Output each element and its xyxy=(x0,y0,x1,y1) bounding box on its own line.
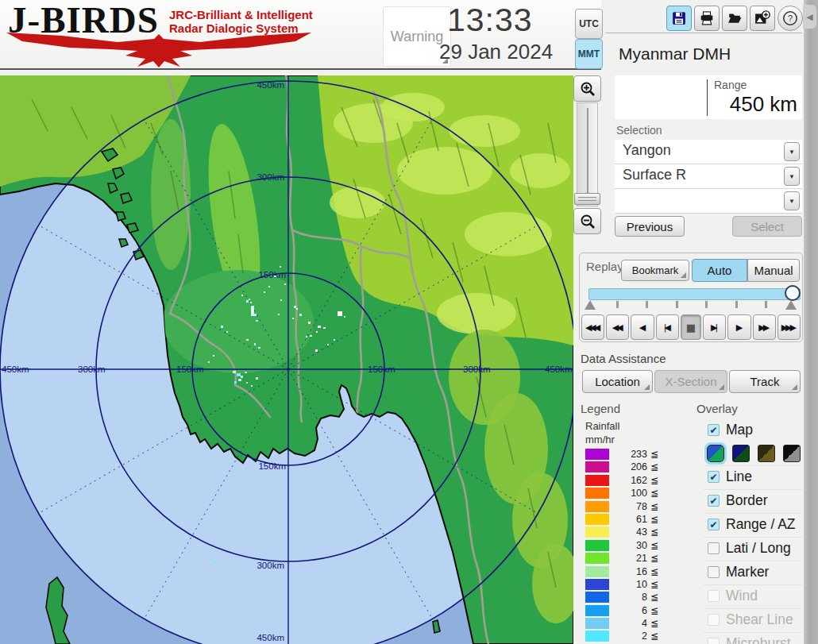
add-image-button[interactable] xyxy=(750,6,775,31)
replay-range-marker-left[interactable] xyxy=(585,300,596,310)
legend-color-swatch xyxy=(585,566,609,577)
zoom-slider-thumb[interactable] xyxy=(574,193,600,205)
legend-color-swatch xyxy=(585,592,609,603)
legend-value: 4 xyxy=(612,618,647,629)
step-back-button[interactable]: |◀ xyxy=(656,314,679,340)
station-title: Myanmar DMH xyxy=(619,44,731,64)
legend-color-swatch xyxy=(585,631,609,642)
svg-text:300km: 300km xyxy=(257,172,284,182)
stop-button[interactable]: ■ xyxy=(681,314,701,340)
rewind-fastest-button[interactable]: ◀◀◀ xyxy=(581,314,604,340)
replay-tick xyxy=(765,301,767,308)
checkbox-lati-long[interactable] xyxy=(708,542,720,554)
legend-unit-line1: Rainfall xyxy=(585,420,619,432)
zoom-slider-track[interactable] xyxy=(577,102,598,206)
overlay-label: Microburst xyxy=(726,635,791,644)
help-button[interactable]: ? xyxy=(777,6,803,31)
legend-color-swatch xyxy=(585,501,609,512)
legend-color-swatch xyxy=(585,540,609,551)
legend-suffix: ≦ xyxy=(650,514,658,525)
location-button[interactable]: Location xyxy=(582,370,653,393)
save-button[interactable] xyxy=(666,6,692,31)
svg-text:150km: 150km xyxy=(368,364,395,374)
map-style-black-gray[interactable] xyxy=(783,445,801,462)
selection-dropdown-2[interactable]: Surface R▼ xyxy=(615,164,802,189)
open-file-button[interactable] xyxy=(722,6,747,31)
bookmark-button[interactable]: Bookmark xyxy=(621,260,689,281)
checkbox-map[interactable]: ✔ xyxy=(708,424,720,436)
svg-text:450km: 450km xyxy=(2,364,29,374)
jbirds-window: 450km300km150km150km300km450km450km300km… xyxy=(0,0,818,644)
play-button[interactable]: ▶ xyxy=(727,314,750,340)
legend-suffix: ≦ xyxy=(650,553,658,564)
panel-collapse-arrow[interactable]: ◀ xyxy=(803,5,816,29)
open-folder-icon xyxy=(727,11,742,25)
legend-value: 2 xyxy=(612,631,647,642)
replay-progress-track[interactable] xyxy=(588,288,801,300)
svg-text:450km: 450km xyxy=(257,633,284,642)
play-reverse-button[interactable]: ◀ xyxy=(631,314,654,340)
dropdown-value: Yangon xyxy=(623,142,671,159)
overlay-row-wind: Wind xyxy=(704,584,802,608)
legend-suffix: ≦ xyxy=(650,592,658,603)
range-value: 450 km xyxy=(730,92,797,117)
legend-value: 100 xyxy=(612,488,647,499)
help-icon: ? xyxy=(782,10,798,26)
manual-button[interactable]: Manual xyxy=(747,259,800,282)
legend-suffix: ≦ xyxy=(650,631,658,642)
legend-value: 16 xyxy=(612,566,647,577)
selection-dropdown-1[interactable]: Yangon▼ xyxy=(615,140,802,164)
svg-text:150km: 150km xyxy=(176,364,204,374)
chevron-down-icon[interactable]: ▼ xyxy=(784,191,800,210)
legend-value: 233 xyxy=(612,449,647,460)
auto-button[interactable]: Auto xyxy=(692,259,747,282)
zoom-out-button[interactable] xyxy=(573,208,601,234)
timezone-utc-button[interactable]: UTC xyxy=(575,9,603,39)
select-button[interactable]: Select xyxy=(732,216,802,237)
legend-color-swatch xyxy=(585,618,609,629)
step-forward-button[interactable]: ▶| xyxy=(703,314,726,340)
checkbox-line[interactable]: ✔ xyxy=(708,471,720,483)
forward-fastest-button[interactable]: ▶▶▶ xyxy=(777,314,801,340)
replay-progress-thumb[interactable] xyxy=(785,285,801,301)
chevron-down-icon[interactable]: ▼ xyxy=(784,167,800,186)
map-style-olive[interactable] xyxy=(758,445,775,462)
legend-suffix: ≦ xyxy=(650,461,658,472)
radar-map[interactable]: 450km300km150km150km300km450km450km300km… xyxy=(0,75,573,644)
save-icon xyxy=(672,11,686,25)
eagle-logo-icon xyxy=(5,32,313,68)
svg-text:150km: 150km xyxy=(258,270,286,280)
selection-label: Selection xyxy=(616,124,662,137)
chevron-down-icon[interactable]: ▼ xyxy=(784,142,800,161)
legend-suffix: ≦ xyxy=(650,449,658,460)
map-style-navy-darkgreen[interactable] xyxy=(732,445,750,462)
track-button[interactable]: Track xyxy=(729,370,801,393)
overlay-row-shear-line: Shear Line xyxy=(704,608,802,632)
overlay-row-range-az: ✔Range / AZ xyxy=(704,513,802,537)
checkbox-border[interactable]: ✔ xyxy=(708,495,720,507)
map-style-blue-green[interactable] xyxy=(707,445,724,462)
checkbox-marker[interactable] xyxy=(708,566,720,578)
rewind-button[interactable]: ◀◀ xyxy=(606,314,629,340)
legend-color-swatch xyxy=(585,553,609,564)
forward-button[interactable]: ▶▶ xyxy=(753,314,776,340)
x-section-button[interactable]: X-Section xyxy=(654,370,727,393)
legend-color-swatch xyxy=(585,514,609,525)
legend-value: 10 xyxy=(612,579,647,590)
warning-label: Warning xyxy=(391,29,443,45)
overlay-row-map: ✔Map xyxy=(704,419,802,442)
checkbox-range-az[interactable]: ✔ xyxy=(708,519,720,530)
print-button[interactable] xyxy=(694,6,720,31)
zoom-in-button[interactable] xyxy=(573,75,601,102)
legend-value: 206 xyxy=(612,461,647,472)
checkbox-microburst xyxy=(708,638,720,644)
replay-range-marker-right[interactable] xyxy=(785,300,797,310)
previous-button[interactable]: Previous xyxy=(615,216,685,237)
timezone-mmt-button[interactable]: MMT xyxy=(575,39,603,69)
legend-suffix: ≦ xyxy=(650,501,658,512)
selection-dropdown-3[interactable]: ▼ xyxy=(615,189,802,214)
replay-tick xyxy=(735,301,738,308)
overlay-title: Overlay xyxy=(696,402,738,415)
panel-edge-strip xyxy=(804,0,818,644)
legend-value: 21 xyxy=(612,553,647,564)
